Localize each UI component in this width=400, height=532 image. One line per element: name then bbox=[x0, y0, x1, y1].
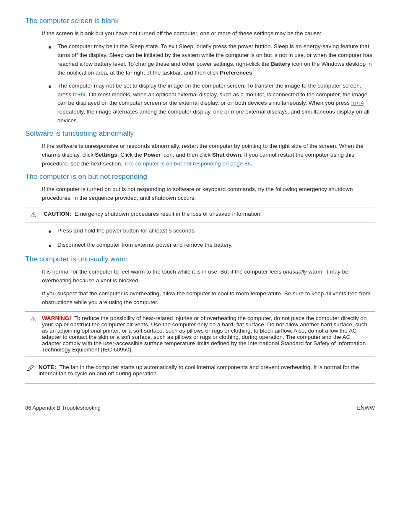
section-divider bbox=[25, 383, 375, 384]
fn-f4-link-2[interactable]: fn+f4 bbox=[351, 100, 364, 106]
warning-box: ⚠ WARNING! To reduce the possibility of … bbox=[25, 311, 375, 356]
italic-unusually: unusually bbox=[283, 269, 307, 275]
bold-preferences: Preferences bbox=[220, 70, 252, 76]
bold-battery: Battery bbox=[271, 61, 291, 67]
intro-blank-screen: If the screen is blank but you have not … bbox=[42, 29, 375, 38]
para-warm-2: If you suspect that the computer is over… bbox=[42, 289, 375, 307]
section-software-abnormal: Software is functioning abnormally If th… bbox=[25, 129, 375, 168]
bullet-dot: • bbox=[48, 82, 54, 126]
bullet-dot: • bbox=[48, 42, 54, 77]
note-icon: 🖊 bbox=[25, 364, 36, 373]
bullets-blank-screen: • The computer may be in the Sleep state… bbox=[48, 42, 375, 125]
bullet-content: Disconnect the computer from external po… bbox=[57, 241, 375, 251]
note-text: NOTE: The fan in the computer starts up … bbox=[39, 364, 375, 377]
caution-text: CAUTION: Emergency shutdown procedures r… bbox=[44, 211, 262, 217]
warning-body: To reduce the possibility of heat-relate… bbox=[42, 315, 367, 353]
caution-icon: ⚠ bbox=[30, 211, 39, 219]
bullet-content: The computer may not be set to display t… bbox=[57, 82, 375, 126]
bullet-item: • Press and hold the power button for at… bbox=[48, 227, 375, 237]
link-not-responding[interactable]: The computer is on but not responding on… bbox=[124, 160, 251, 167]
footer-lang: ENWW bbox=[357, 405, 375, 411]
bold-shutdown: Shut down bbox=[212, 152, 241, 158]
heading-software-abnormal: Software is functioning abnormally bbox=[25, 129, 375, 138]
heading-unusually-warm: The computer is unusually warm bbox=[25, 255, 375, 263]
para-warm-1: It is normal for the computer to feel wa… bbox=[42, 268, 375, 285]
footer-page-info: 86 Appendix B Troubleshooting bbox=[25, 405, 101, 411]
bullet-item: • The computer may be in the Sleep state… bbox=[48, 42, 375, 77]
fn-f4-link-1[interactable]: fn+f4 bbox=[73, 91, 86, 98]
note-label: NOTE: bbox=[39, 364, 56, 370]
heading-blank-screen: The computer screen is blank bbox=[25, 17, 375, 25]
bullet-content: The computer may be in the Sleep state. … bbox=[57, 42, 375, 77]
caution-body: Emergency shutdown procedures result in … bbox=[75, 211, 262, 217]
warning-label: WARNING! bbox=[42, 315, 71, 321]
section-unusually-warm: The computer is unusually warm It is nor… bbox=[25, 255, 375, 384]
heading-not-responding: The computer is on but not responding bbox=[25, 173, 375, 181]
section-not-responding: The computer is on but not responding If… bbox=[25, 173, 375, 251]
body-software-abnormal: If the software is unresponsive or respo… bbox=[42, 142, 375, 168]
intro-not-responding: If the computer is turned on but is not … bbox=[42, 185, 375, 203]
bullet-item: • Disconnect the computer from external … bbox=[48, 241, 375, 251]
warning-text: WARNING! To reduce the possibility of he… bbox=[42, 315, 370, 353]
section-blank-screen: The computer screen is blank If the scre… bbox=[25, 17, 375, 125]
bullet-dot: • bbox=[48, 227, 54, 237]
bullet-dot: • bbox=[48, 241, 54, 251]
bold-settings: Settings bbox=[95, 152, 117, 158]
bullet-content: Press and hold the power button for at l… bbox=[57, 227, 375, 237]
caution-box: ⚠ CAUTION: Emergency shutdown procedures… bbox=[25, 207, 375, 222]
bold-power: Power bbox=[144, 152, 161, 158]
bullet-item: • The computer may not be set to display… bbox=[48, 82, 375, 126]
note-box: 🖊 NOTE: The fan in the computer starts u… bbox=[25, 361, 375, 380]
page-content: The computer screen is blank If the scre… bbox=[25, 17, 375, 411]
warning-icon: ⚠ bbox=[30, 315, 39, 323]
page-footer: 86 Appendix B Troubleshooting ENWW bbox=[25, 400, 375, 411]
bullets-not-responding: • Press and hold the power button for at… bbox=[48, 227, 375, 251]
caution-label: CAUTION: bbox=[44, 211, 71, 217]
note-body: The fan in the computer starts up automa… bbox=[39, 364, 359, 377]
